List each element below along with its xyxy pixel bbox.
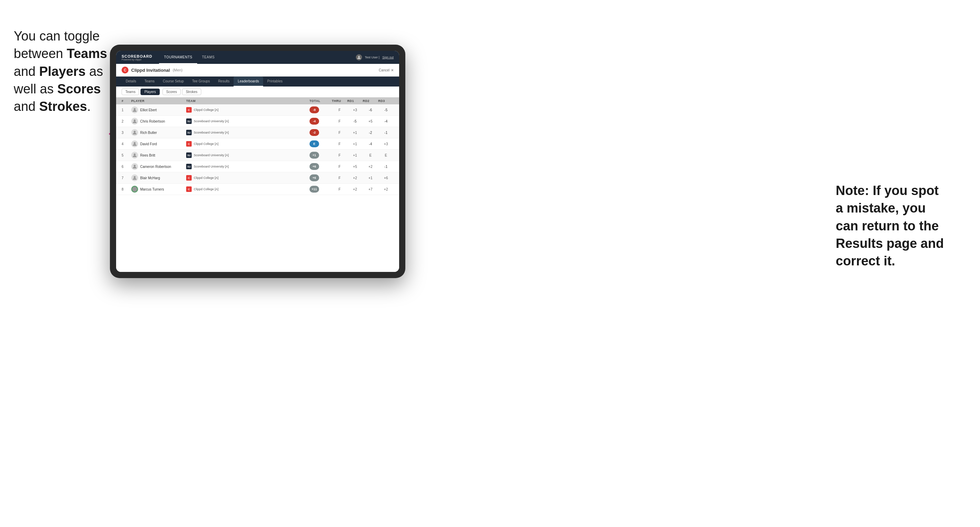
col-header-player: PLAYER [131, 99, 186, 103]
row8-team-name: Clippd College [A] [194, 187, 218, 191]
tab-course-setup[interactable]: Course Setup [159, 76, 188, 87]
row4-total: E [310, 140, 332, 147]
tab-teams[interactable]: Teams [140, 76, 159, 87]
row2-team-name: Scoreboard University [A] [194, 119, 229, 123]
row4-player-name: David Ford [140, 142, 157, 146]
row2-pos: 2 [122, 119, 131, 123]
col-header-thru: THRU [332, 99, 347, 103]
top-nav-links: TOURNAMENTS TEAMS [159, 51, 356, 64]
row2-player-cell: Chris Robertson [131, 118, 186, 125]
row3-rd1: +1 [347, 131, 363, 135]
row3-rd3: -1 [378, 131, 394, 135]
row4-player-cell: David Ford [131, 140, 186, 147]
row4-pos: 4 [122, 142, 131, 146]
row8-rd3: +2 [378, 187, 394, 191]
row2-total: -4 [310, 118, 332, 125]
top-nav: SCOREBOARD Powered by clippd TOURNAMENTS… [116, 51, 399, 64]
row7-team-name: Clippd College [A] [194, 176, 218, 179]
row5-player-cell: Rees Britt [131, 152, 186, 159]
table-header: # PLAYER TEAM TOTAL THRU RD1 RD2 RD3 [116, 97, 399, 104]
row3-rd2: -2 [363, 131, 378, 135]
row4-team-name: Clippd College [A] [194, 142, 218, 146]
svg-point-3 [134, 119, 136, 122]
row5-rd3: E [378, 154, 394, 157]
row5-team-logo: SU [186, 152, 192, 158]
row3-player-cell: Rich Butler [131, 129, 186, 136]
col-header-rd2: RD2 [363, 99, 378, 103]
row4-rd1: +1 [347, 142, 363, 146]
row7-rd2: +1 [363, 176, 378, 180]
user-avatar [356, 54, 362, 60]
row4-rd2: -4 [363, 142, 378, 146]
row1-player-cell: Elliot Ebert [131, 106, 186, 113]
tab-leaderboards[interactable]: Leaderboards [234, 76, 263, 87]
row8-total: +11 [310, 186, 332, 193]
tab-printables[interactable]: Printables [263, 76, 286, 87]
left-annotation: You can toggle between Teams and Players… [14, 27, 110, 115]
row6-rd2: +2 [363, 165, 378, 168]
tournament-gender: (Men) [173, 68, 183, 72]
row2-thru: F [332, 119, 347, 123]
tournament-logo: C [122, 67, 129, 73]
table-row: 2 Chris Robertson SU Scoreboard Universi… [116, 116, 399, 127]
col-header-team: TEAM [186, 99, 310, 103]
tab-tee-groups[interactable]: Tee Groups [188, 76, 214, 87]
sign-out-link[interactable]: Sign out [382, 56, 394, 59]
annotation-scores: Scores [57, 82, 101, 96]
toggle-strokes-button[interactable]: Strokes [182, 89, 201, 95]
row2-rd2: +5 [363, 119, 378, 123]
row1-total: -8 [310, 106, 332, 113]
row6-team-cell: SU Scoreboard University [A] [186, 164, 310, 169]
row4-team-cell: C Clippd College [A] [186, 141, 310, 147]
row1-team-name: Clippd College [A] [194, 108, 218, 111]
row1-rd1: +3 [347, 108, 363, 112]
row4-avatar [131, 140, 138, 147]
tournament-title: C Clippd Invitational (Men) [122, 67, 182, 73]
row6-rd3: -1 [378, 165, 394, 168]
tab-details[interactable]: Details [122, 76, 140, 87]
row1-score-badge: -8 [310, 106, 319, 113]
row8-rd1: +2 [347, 187, 363, 191]
row1-pos: 1 [122, 108, 131, 112]
row1-avatar [131, 106, 138, 113]
ipad-screen: SCOREBOARD Powered by clippd TOURNAMENTS… [116, 51, 399, 272]
row3-total: -2 [310, 129, 332, 136]
row7-thru: F [332, 176, 347, 180]
row7-avatar [131, 175, 138, 181]
col-header-total: TOTAL [310, 99, 332, 103]
table-row: 7 Blair McHarg C Clippd College [A] +6 [116, 172, 399, 184]
row4-team-logo: C [186, 141, 192, 147]
cancel-label: Cancel [379, 68, 390, 72]
annotation-results: Results [836, 236, 883, 251]
toggle-scores-button[interactable]: Scores [162, 89, 181, 95]
row2-rd3: -4 [378, 119, 394, 123]
nav-tournaments[interactable]: TOURNAMENTS [159, 51, 197, 64]
close-icon: ✕ [391, 68, 394, 72]
row8-thru: F [332, 187, 347, 191]
nav-teams[interactable]: TEAMS [197, 51, 220, 64]
leaderboard-table: # PLAYER TEAM TOTAL THRU RD1 RD2 RD3 1 E… [116, 97, 399, 272]
row5-thru: F [332, 154, 347, 157]
row4-score-badge: E [310, 140, 319, 147]
logo-text: SCOREBOARD [122, 54, 152, 58]
ipad-frame: SCOREBOARD Powered by clippd TOURNAMENTS… [110, 44, 405, 278]
col-header-rd1: RD1 [347, 99, 363, 103]
toggle-players-button[interactable]: Players [140, 89, 159, 95]
col-header-pos: # [122, 99, 131, 103]
tournament-header: C Clippd Invitational (Men) Cancel ✕ [116, 64, 399, 76]
row5-rd2: E [363, 154, 378, 157]
row8-avatar [131, 186, 138, 193]
row7-rd3: +6 [378, 176, 394, 180]
toggle-teams-button[interactable]: Teams [122, 89, 139, 95]
top-nav-right: Test User | Sign out [356, 54, 394, 60]
row5-rd1: +1 [347, 154, 363, 157]
row6-team-logo: SU [186, 164, 192, 169]
row2-score-badge: -4 [310, 118, 319, 125]
svg-point-1 [358, 56, 360, 58]
row4-rd3: +3 [378, 142, 394, 146]
cancel-button[interactable]: Cancel ✕ [379, 68, 394, 72]
svg-point-8 [134, 176, 136, 178]
row6-player-name: Cameron Robertson [140, 165, 171, 168]
row1-team-logo: C [186, 107, 192, 113]
tab-results[interactable]: Results [214, 76, 234, 87]
